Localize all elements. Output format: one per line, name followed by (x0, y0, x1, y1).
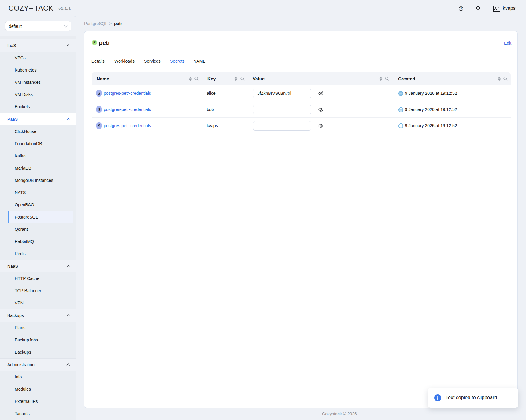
svg-text:?: ? (460, 7, 462, 10)
